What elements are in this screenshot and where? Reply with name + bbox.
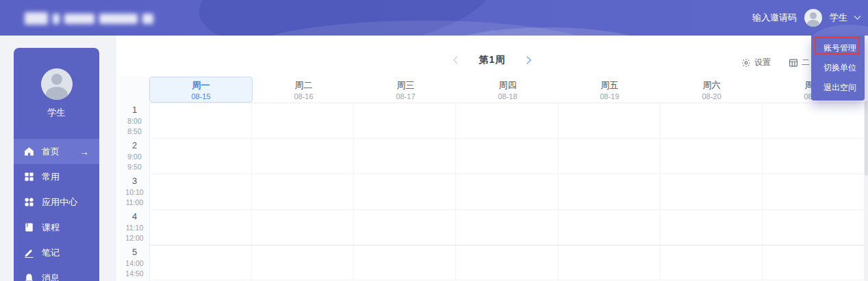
- day-header-friday[interactable]: 周五 08-19: [559, 77, 661, 103]
- day-name: 周五: [601, 79, 619, 92]
- schedule-row: [150, 245, 865, 280]
- period-label: 2 9:00 9:50: [120, 138, 149, 174]
- schedule-cell: [354, 174, 456, 209]
- sidebar: 学生 首页 → 常用 应用中心 课程 笔记: [14, 48, 99, 281]
- schedule-cell: [252, 174, 354, 209]
- period-label: 3 10:10 11:00: [120, 174, 149, 209]
- period-number: 1: [132, 105, 137, 115]
- period-end: 14:50: [125, 269, 143, 278]
- period-start: 14:00: [125, 258, 143, 268]
- sidebar-item-messages[interactable]: 消息: [14, 265, 99, 281]
- course-book-icon: [24, 222, 34, 232]
- schedule-cell: [763, 210, 865, 245]
- day-header-tuesday[interactable]: 周二 08-16: [253, 77, 355, 103]
- gear-icon: [741, 58, 751, 68]
- period-number: 4: [132, 211, 137, 222]
- schedule-row: [150, 174, 865, 210]
- pen-icon: [24, 247, 34, 258]
- day-header-saturday[interactable]: 周六 08-20: [661, 77, 763, 103]
- day-header-wednesday[interactable]: 周三 08-17: [355, 77, 457, 103]
- day-header-thursday[interactable]: 周四 08-18: [457, 77, 559, 103]
- sidebar-item-notes[interactable]: 笔记: [14, 240, 99, 265]
- schedule-cell: [763, 139, 865, 174]
- menu-item-account-management[interactable]: 账号管理: [811, 38, 865, 58]
- schedule-cell: [150, 174, 252, 209]
- previous-week-button[interactable]: [453, 56, 461, 64]
- schedule-cell: [456, 139, 558, 174]
- schedule-cell: [150, 210, 252, 245]
- period-start: 11:10: [126, 223, 144, 232]
- sidebar-item-label: 课程: [42, 222, 60, 234]
- avatar-person-icon: [807, 20, 819, 27]
- profile-avatar: [41, 68, 73, 100]
- day-name: 周二: [295, 79, 313, 92]
- schedule-cell: [252, 103, 354, 138]
- apps-icon: [24, 197, 34, 207]
- schedule-cell: [150, 103, 252, 138]
- sidebar-item-label: 消息: [42, 272, 60, 281]
- schedule-cell: [354, 210, 456, 245]
- schedule-cell: [456, 103, 558, 138]
- top-bar: 输入邀请码 学生: [0, 0, 868, 36]
- sidebar-item-common[interactable]: 常用: [14, 164, 99, 189]
- day-name: 周三: [397, 79, 415, 92]
- period-label: 5 14:00 14:50: [120, 245, 149, 280]
- sidebar-item-app-center[interactable]: 应用中心: [14, 189, 99, 215]
- day-date: 08-20: [702, 92, 721, 101]
- period-number: 2: [132, 140, 137, 150]
- invite-code-button[interactable]: 输入邀请码: [752, 12, 797, 24]
- schedule-cell: [661, 103, 763, 138]
- arrow-right-icon: →: [79, 147, 89, 157]
- bell-icon: [24, 273, 34, 281]
- settings-label: 设置: [754, 57, 771, 68]
- schedule-row: [150, 103, 865, 139]
- period-start: 9:00: [127, 152, 141, 161]
- secondary-view-button[interactable]: 二: [789, 57, 810, 68]
- schedule-cell: [559, 103, 661, 138]
- avatar-person-icon: [46, 87, 68, 100]
- day-header-row: 周一 08-15 周二 08-16 周三 08-17 周四 08-18 周五 0…: [149, 77, 865, 103]
- schedule-cell: [252, 139, 354, 174]
- period-end: 8:50: [127, 126, 141, 136]
- sidebar-item-courses[interactable]: 课程: [14, 215, 99, 240]
- schedule-cell: [354, 245, 456, 280]
- period-end: 12:00: [125, 233, 143, 243]
- day-date: 08-17: [396, 92, 415, 101]
- day-header-monday[interactable]: 周一 08-15: [149, 77, 253, 103]
- avatar-person-icon: [51, 74, 62, 85]
- schedule-panel: 第1周 设置 二 周一 08-15 周二 08-16 周三 08-17: [116, 36, 868, 281]
- schedule-cell: [661, 210, 763, 245]
- schedule-cell: [252, 210, 354, 245]
- schedule-cell: [559, 139, 661, 174]
- settings-button[interactable]: 设置: [741, 57, 771, 68]
- period-number: 5: [132, 247, 137, 257]
- period-end: 11:00: [126, 198, 144, 207]
- user-avatar[interactable]: [804, 9, 822, 27]
- app-window: 输入邀请码 学生 账号管理 切换单位 退出空间 学生 首页: [0, 0, 868, 281]
- schedule-cell: [150, 139, 252, 174]
- scrollbar[interactable]: [865, 36, 868, 281]
- period-end: 9:50: [127, 162, 141, 172]
- schedule-cell: [763, 103, 865, 138]
- period-label: 4 11:10 12:00: [120, 209, 149, 245]
- topbar-right-group: 输入邀请码 学生: [752, 0, 860, 36]
- next-week-button[interactable]: [524, 56, 531, 64]
- sidebar-item-home[interactable]: 首页 →: [14, 139, 99, 164]
- period-number: 3: [132, 176, 137, 186]
- secondary-view-label: 二: [802, 57, 810, 68]
- sidebar-profile-card: 学生: [14, 48, 99, 139]
- username-label[interactable]: 学生: [830, 12, 847, 24]
- schedule-row: [150, 139, 865, 174]
- schedule-cell: [661, 174, 763, 209]
- chevron-down-icon[interactable]: [854, 12, 861, 19]
- menu-item-switch-unit[interactable]: 切换单位: [811, 58, 865, 78]
- profile-username: 学生: [48, 107, 66, 119]
- menu-item-exit-space[interactable]: 退出空间: [811, 78, 865, 98]
- period-start: 8:00: [127, 116, 141, 126]
- scrollbar-thumb[interactable]: [865, 101, 868, 176]
- day-name: 周一: [192, 79, 210, 92]
- period-start: 10:10: [125, 187, 143, 197]
- week-title: 第1周: [479, 54, 506, 66]
- schedule-row: [150, 210, 865, 245]
- day-name: 周六: [703, 79, 721, 92]
